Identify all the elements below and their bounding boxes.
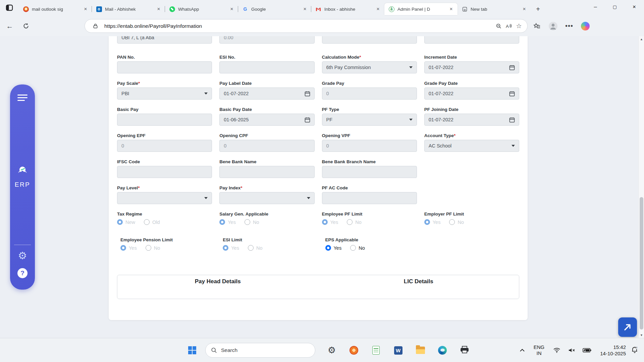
battery-saver-icon[interactable] — [583, 348, 591, 353]
radio-tax-regime-old[interactable]: Old — [144, 219, 160, 225]
calendar-icon[interactable] — [305, 117, 310, 123]
browser-tab-inbox-abhishe[interactable]: Inbox - abhishe✕ — [311, 3, 384, 15]
increment-date-date-input[interactable]: 01-07-2022 — [424, 61, 519, 73]
reload-button[interactable] — [20, 20, 32, 32]
pay-level-select[interactable] — [117, 192, 212, 204]
radio-button-icon[interactable] — [117, 219, 123, 225]
radio-esi-limit-yes[interactable]: Yes — [223, 245, 239, 251]
esi-no--input[interactable] — [219, 61, 314, 73]
url-text[interactable]: https://entab.online/Payroll/PayInformat… — [104, 23, 494, 29]
calendar-icon[interactable] — [509, 117, 515, 123]
radio-button-icon[interactable] — [449, 219, 455, 225]
radio-salary-gen-applicable-yes[interactable]: Yes — [219, 219, 236, 225]
scrollbar-thumb[interactable] — [640, 197, 643, 329]
minimize-button[interactable]: ─ — [586, 0, 605, 13]
language-indicator[interactable]: ENGIN — [534, 344, 545, 356]
tab-close-icon[interactable]: ✕ — [302, 6, 308, 12]
taskbar-edge-icon[interactable] — [434, 342, 450, 358]
basic-pay-input[interactable] — [117, 114, 212, 126]
settings-more-icon[interactable]: ••• — [564, 20, 575, 32]
tab-close-icon[interactable]: ✕ — [156, 6, 162, 12]
copilot-icon[interactable] — [580, 20, 591, 32]
opening-cpf-input[interactable]: 0 — [219, 140, 314, 152]
favorites-bar-icon[interactable] — [531, 20, 543, 32]
radio-employee-pension-limit-yes[interactable]: Yes — [120, 245, 137, 251]
erp-logo-icon[interactable] — [17, 166, 28, 176]
pay-index-select[interactable] — [219, 192, 314, 204]
floating-action-button[interactable] — [618, 317, 637, 337]
taskbar-search[interactable]: Search — [205, 343, 315, 358]
taskbar-notepad-icon[interactable] — [368, 342, 384, 358]
bene-bank-branch-name-input[interactable] — [322, 166, 417, 178]
browser-tab-new-tab[interactable]: New tab✕ — [458, 3, 531, 15]
calendar-icon[interactable] — [509, 91, 515, 97]
browser-tab-google[interactable]: GGoogle✕ — [238, 3, 311, 15]
opening-epf-input[interactable]: 0 — [117, 140, 212, 152]
ifsc-code-input[interactable] — [117, 166, 212, 178]
favorite-star-icon[interactable]: ☆ — [514, 21, 524, 31]
tray-chevron-up-icon[interactable] — [520, 347, 525, 353]
page-scrollbar[interactable]: ▲ ▼ — [638, 36, 644, 338]
start-button[interactable] — [184, 342, 200, 358]
calendar-icon[interactable] — [509, 65, 515, 70]
zoom-out-icon[interactable] — [494, 21, 504, 31]
radio-eps-applicable-no[interactable]: No — [350, 245, 365, 251]
radio-button-icon[interactable] — [223, 245, 228, 251]
taskbar-word-icon[interactable]: W — [390, 342, 406, 358]
scroll-up-icon[interactable]: ▲ — [639, 36, 644, 42]
radio-button-icon[interactable] — [146, 245, 151, 251]
tab-close-icon[interactable]: ✕ — [521, 6, 527, 12]
radio-button-icon[interactable] — [347, 219, 353, 225]
radio-button-icon[interactable] — [322, 219, 328, 225]
tab-close-icon[interactable]: ✕ — [375, 6, 381, 12]
pf-type-select[interactable]: PF — [322, 114, 417, 126]
browser-tab-mail-outlook-sig[interactable]: mail outlook sig✕ — [19, 3, 92, 15]
address-bar[interactable]: https://entab.online/Payroll/PayInformat… — [85, 19, 528, 33]
radio-employer-pf-limit-yes[interactable]: Yes — [424, 219, 441, 225]
radio-employee-pension-limit-no[interactable]: No — [146, 245, 160, 251]
clipped-top-input[interactable]: 0.00 — [219, 36, 314, 44]
pay-label-date-date-input[interactable]: 01-07-2022 — [219, 87, 314, 100]
radio-esi-limit-no[interactable]: No — [248, 245, 263, 251]
sidebar-help-icon[interactable]: ? — [17, 268, 28, 278]
radio-employee-pf-limit-yes[interactable]: Yes — [322, 219, 338, 225]
clipped-top-input[interactable]: UBI 7, L (a Aba — [117, 36, 212, 44]
radio-eps-applicable-yes[interactable]: Yes — [325, 245, 342, 251]
tab-close-icon[interactable]: ✕ — [448, 6, 454, 12]
radio-employer-pf-limit-no[interactable]: No — [449, 219, 464, 225]
radio-tax-regime-new[interactable]: New — [117, 219, 135, 225]
close-button[interactable]: ✕ — [625, 0, 644, 13]
bene-bank-name-input[interactable] — [219, 166, 314, 178]
read-aloud-icon[interactable]: A — [504, 21, 514, 31]
back-button[interactable]: ← — [4, 20, 15, 32]
pay-scale-select[interactable]: PBI — [117, 87, 212, 100]
radio-employee-pf-limit-no[interactable]: No — [347, 219, 362, 225]
browser-tab-whatsapp[interactable]: WhatsApp✕ — [165, 3, 238, 15]
taskbar-settings-gear-icon[interactable]: ⚙ — [324, 342, 340, 358]
taskbar-file-explorer-icon[interactable] — [412, 342, 428, 358]
notification-bell-dnd-icon[interactable]: zz — [631, 346, 639, 355]
browser-tab-admin-panel-d[interactable]: ãAdmin Panel | D✕ — [384, 3, 458, 15]
tab-actions-menu-icon[interactable] — [5, 3, 14, 12]
grade-pay-input[interactable]: 0 — [322, 87, 417, 100]
radio-button-icon[interactable] — [325, 245, 331, 251]
grade-pay-date-date-input[interactable]: 01-07-2022 — [424, 87, 519, 100]
tab-close-icon[interactable]: ✕ — [229, 6, 235, 12]
volume-muted-icon[interactable] — [568, 347, 575, 353]
account-type-select[interactable]: AC School — [424, 140, 519, 152]
browser-tab-mail-abhishek[interactable]: oMail - Abhishek✕ — [92, 3, 165, 15]
clock[interactable]: 15:42 14-10-2025 — [600, 344, 626, 357]
new-tab-button[interactable]: + — [533, 4, 543, 14]
radio-salary-gen-applicable-no[interactable]: No — [245, 219, 259, 225]
opening-vpf-input[interactable]: 0 — [322, 140, 417, 152]
calendar-icon[interactable] — [305, 91, 310, 97]
radio-button-icon[interactable] — [219, 219, 225, 225]
sidebar-settings-icon[interactable]: ⚙ — [18, 251, 27, 261]
menu-hamburger-icon[interactable] — [17, 95, 28, 101]
pf-ac-code-input[interactable] — [322, 192, 417, 204]
scroll-down-icon[interactable]: ▼ — [639, 332, 644, 338]
radio-button-icon[interactable] — [144, 219, 150, 225]
radio-button-icon[interactable] — [350, 245, 356, 251]
clipped-top-input[interactable] — [322, 36, 417, 44]
pf-joining-date-date-input[interactable]: 01-07-2022 — [424, 114, 519, 126]
